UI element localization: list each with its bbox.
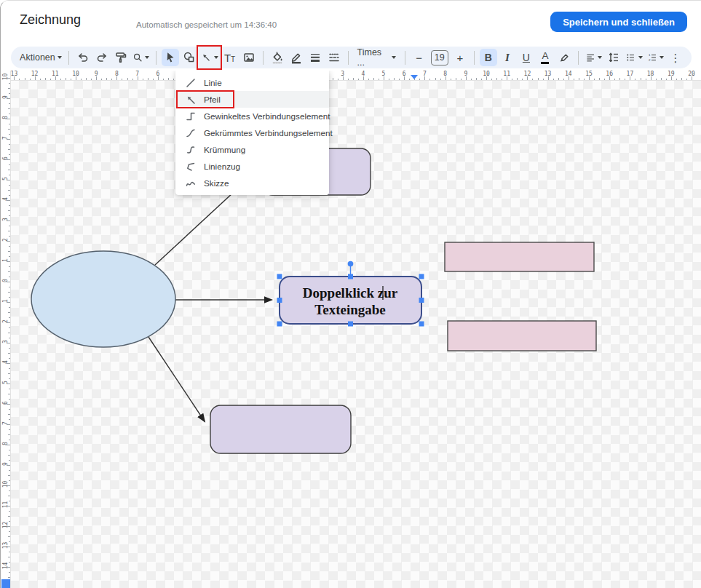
connector-to-bottom-rect[interactable] <box>148 337 205 421</box>
decrease-font-size-button[interactable]: − <box>411 49 428 66</box>
line-weight-button[interactable] <box>306 49 324 66</box>
zoom-tool-button[interactable] <box>131 49 151 66</box>
line-tool-menu: Linie Pfeil Gewinkeltes Verbindungseleme… <box>175 71 329 195</box>
svg-text:1: 1 <box>649 53 651 57</box>
ruler-tick <box>394 78 395 81</box>
ellipse-shape[interactable] <box>31 251 175 347</box>
ruler-tick <box>7 78 10 79</box>
menu-item-gewinkeltes-verbindungselement[interactable]: Gewinkeltes Verbindungselement <box>175 108 329 124</box>
pink-rect-top[interactable] <box>445 242 594 271</box>
ruler-tick <box>158 76 159 80</box>
toolbar-separator <box>474 51 475 65</box>
font-size-input[interactable]: 19 <box>429 49 450 66</box>
horizontal-ruler[interactable]: 1312111098765432101234567891011121314151… <box>1 71 701 81</box>
ruler-tick <box>681 78 682 81</box>
rotation-handle[interactable] <box>348 261 354 267</box>
insert-image-button[interactable] <box>240 49 258 66</box>
line-color-button[interactable] <box>288 49 305 66</box>
menu-item-linienzug[interactable]: Linienzug <box>175 158 329 175</box>
drawing-canvas[interactable]: Doppelklick zur Texteingabe 131211109876… <box>1 71 701 588</box>
toolbar-separator <box>263 51 264 65</box>
select-tool-button[interactable] <box>162 49 179 66</box>
ruler-tick <box>9 287 11 287</box>
ruler-tick <box>7 241 10 242</box>
text-box-button[interactable]: TT <box>221 49 239 66</box>
ruler-tick <box>502 79 502 81</box>
ruler-tick <box>543 79 544 81</box>
bottom-rounded-rect[interactable] <box>210 405 351 453</box>
redo-button[interactable] <box>93 49 111 66</box>
ruler-label: 4 <box>2 357 9 367</box>
ruler-tick <box>609 76 610 80</box>
shape-tool-button[interactable] <box>181 49 198 66</box>
menu-item-kruemmung[interactable]: Krümmung <box>175 141 329 158</box>
more-options-button[interactable]: ⋮ <box>667 49 684 66</box>
ruler-tick <box>379 79 379 81</box>
vertical-ruler[interactable]: 1098765432101234567891011121314 <box>1 71 11 588</box>
line-spacing-icon <box>607 51 620 64</box>
ruler-tick <box>491 79 492 81</box>
font-family-selector[interactable]: Times ... <box>354 49 400 66</box>
align-button[interactable] <box>584 49 603 66</box>
paint-format-button[interactable] <box>112 49 130 66</box>
line-arrow-icon <box>201 51 211 64</box>
bold-button[interactable]: B <box>480 49 497 66</box>
numbered-list-icon: 12 <box>647 51 657 64</box>
toolbar-separator <box>578 51 579 65</box>
actions-menu-button[interactable]: Aktionen <box>18 49 63 66</box>
ruler-tick <box>666 79 667 81</box>
ruler-label: 0 <box>2 276 9 285</box>
ruler-tick <box>7 547 10 547</box>
ruler-tick <box>71 79 71 81</box>
line-tool-button[interactable] <box>199 49 219 66</box>
shape-icon <box>183 51 196 64</box>
ruler-tick <box>8 170 11 170</box>
numbered-list-button[interactable]: 12 <box>646 49 665 66</box>
undo-button[interactable] <box>74 49 92 66</box>
ruler-tick <box>486 76 487 80</box>
highlight-color-button[interactable] <box>555 49 573 66</box>
ruler-tick <box>429 79 430 81</box>
ruler-tick <box>630 76 630 80</box>
toolbar-separator <box>68 51 69 65</box>
ruler-tick <box>507 76 507 80</box>
pencil-icon <box>290 51 303 64</box>
ruler-label: 13 <box>2 541 9 550</box>
ruler-tick <box>461 79 462 81</box>
ruler-tick <box>599 78 600 81</box>
italic-button[interactable]: I <box>499 49 516 66</box>
ruler-tick <box>7 465 10 466</box>
fill-color-button[interactable] <box>269 49 286 66</box>
increase-font-size-button[interactable]: + <box>451 49 469 66</box>
ruler-tick <box>686 79 687 81</box>
ruler-label: 5 <box>2 174 9 183</box>
line-spacing-button[interactable] <box>605 49 622 66</box>
ruler-tick <box>7 159 10 160</box>
paint-bucket-icon <box>271 51 284 64</box>
underline-button[interactable]: U <box>518 49 535 66</box>
menu-item-linie[interactable]: Linie <box>175 74 329 91</box>
toolbar: Aktionen TT <box>11 47 692 68</box>
line-dash-button[interactable] <box>325 49 343 66</box>
ruler-label: 8 <box>2 439 9 448</box>
text-color-button[interactable]: A <box>536 49 554 66</box>
menu-item-skizze[interactable]: Skizze <box>175 175 329 191</box>
ruler-tick <box>7 119 10 119</box>
ruler-tick <box>96 76 97 80</box>
bulleted-list-button[interactable] <box>624 49 643 66</box>
pink-rect-bottom[interactable] <box>448 321 596 351</box>
ruler-tick <box>7 445 10 445</box>
chevron-down-icon <box>214 56 218 59</box>
highlighter-icon <box>558 51 571 64</box>
save-and-close-button[interactable]: Speichern und schließen <box>550 12 687 32</box>
ruler-tick <box>651 76 652 80</box>
ruler-tick <box>8 88 11 89</box>
menu-item-gekruemmtes-verbindungselement[interactable]: Gekrümmtes Verbindungselement <box>175 124 329 141</box>
ruler-tick <box>8 271 11 272</box>
ruler-tick <box>50 79 51 81</box>
ruler-tick <box>138 76 138 80</box>
menu-item-pfeil[interactable]: Pfeil <box>175 91 329 108</box>
ruler-tick <box>7 424 10 425</box>
ruler-label: 14 <box>2 561 9 571</box>
ruler-tick <box>440 79 441 81</box>
